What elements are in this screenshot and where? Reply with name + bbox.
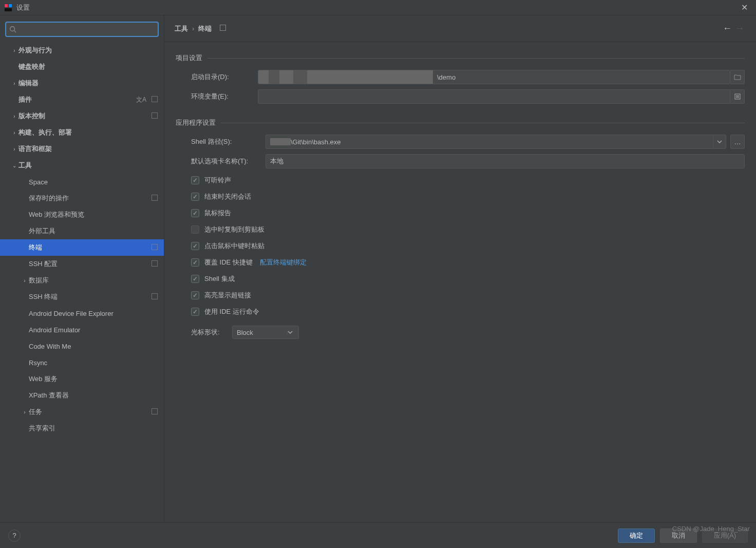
checkbox[interactable]: [191, 193, 199, 201]
tree-item-插件[interactable]: 插件文A: [0, 91, 164, 108]
tree-label: 数据库: [29, 276, 159, 285]
checkbox[interactable]: [191, 291, 199, 299]
label-tab-name: 默认选项卡名称(T):: [191, 157, 266, 166]
input-tab-name[interactable]: 本地: [266, 154, 745, 168]
browse-start-dir-button[interactable]: [730, 70, 745, 84]
help-button[interactable]: ?: [8, 530, 21, 542]
search-input[interactable]: [20, 25, 155, 34]
tree-item-语言和框架[interactable]: ›语言和框架: [0, 141, 164, 157]
checkbox-label: 覆盖 IDE 快捷键: [204, 258, 253, 267]
chevron-right-icon[interactable]: ›: [10, 81, 18, 86]
tree-item-终端[interactable]: 终端: [0, 239, 164, 256]
checkbox[interactable]: [191, 275, 199, 283]
tree-item-编辑器[interactable]: ›编辑器: [0, 75, 164, 91]
label-env: 环境变量(E):: [191, 92, 258, 101]
tree-label: 保存时的操作: [29, 194, 148, 203]
tree-item-Code-With-Me[interactable]: Code With Me: [0, 338, 164, 354]
chevron-right-icon[interactable]: ›: [10, 130, 18, 136]
tree-item-版本控制[interactable]: ›版本控制: [0, 108, 164, 124]
apply-button[interactable]: 应用(A): [702, 528, 748, 543]
configure-keybinding-link[interactable]: 配置终端键绑定: [260, 258, 307, 267]
checkbox-label: 点击鼠标中键时粘贴: [204, 241, 264, 251]
tree-label: 编辑器: [18, 79, 159, 88]
input-start-dir[interactable]: \demo: [258, 70, 730, 84]
chevron-down-icon: [287, 331, 298, 334]
svg-rect-1: [5, 4, 8, 7]
section-project: 项目设置: [176, 53, 745, 63]
checkbox-row: 选中时复制到剪贴板: [191, 225, 745, 234]
chevron-right-icon[interactable]: ›: [21, 409, 29, 415]
checkbox-row: 高亮显示超链接: [191, 291, 745, 300]
checkbox-label: 使用 IDE 运行命令: [204, 307, 259, 316]
tree-item-Android-Emulator[interactable]: Android Emulator: [0, 322, 164, 338]
checkbox[interactable]: [191, 242, 199, 250]
expand-env-button[interactable]: [730, 89, 745, 104]
chevron-down-icon[interactable]: ⌄: [10, 163, 18, 168]
tree-label: 键盘映射: [18, 62, 159, 71]
tree-label: Code With Me: [29, 343, 159, 350]
tree-label: XPath 查看器: [29, 391, 159, 400]
chevron-right-icon[interactable]: ›: [10, 114, 18, 119]
tree-item-Android-Device-File-Explorer[interactable]: Android Device File Explorer: [0, 305, 164, 322]
project-badge-icon: [152, 96, 159, 103]
tree-item-Web-服务[interactable]: Web 服务: [0, 371, 164, 387]
nav-back-icon[interactable]: ←: [721, 23, 733, 34]
tree-label: 外部工具: [29, 226, 159, 236]
input-shell-path[interactable]: \Git\bin\bash.exe: [266, 135, 713, 149]
translate-icon: 文A: [136, 96, 146, 104]
tree-label: 工具: [18, 161, 159, 170]
close-icon[interactable]: ✕: [736, 3, 752, 12]
checkbox[interactable]: [191, 225, 199, 234]
tree-item-保存时的操作[interactable]: 保存时的操作: [0, 190, 164, 206]
app-logo-icon: [4, 4, 12, 12]
chevron-right-icon[interactable]: ›: [10, 146, 18, 152]
chevron-right-icon[interactable]: ›: [21, 278, 29, 284]
titlebar: 设置 ✕: [0, 0, 756, 15]
tree-label: SSH 配置: [29, 259, 148, 269]
browse-shell-path-button[interactable]: …: [730, 135, 745, 149]
breadcrumb-root[interactable]: 工具: [175, 24, 188, 33]
chevron-right-icon: ›: [192, 25, 194, 32]
breadcrumb-leaf: 终端: [198, 24, 212, 33]
checkbox-label: 可听铃声: [204, 176, 231, 185]
nav-forward-icon: →: [733, 23, 746, 34]
tree-label: 外观与行为: [18, 46, 159, 55]
checkbox[interactable]: [191, 209, 199, 217]
tree-label: Web 浏览器和预览: [29, 210, 159, 219]
settings-tree[interactable]: ›外观与行为键盘映射›编辑器插件文A›版本控制›构建、执行、部署›语言和框架⌄工…: [0, 42, 164, 522]
checkbox-row: 鼠标报告: [191, 209, 745, 218]
cancel-button[interactable]: 取消: [660, 528, 697, 543]
svg-rect-2: [9, 4, 12, 7]
checkbox[interactable]: [191, 258, 199, 267]
tree-item-Space[interactable]: Space: [0, 174, 164, 190]
checkbox-row: Shell 集成: [191, 274, 745, 284]
tree-label: 共享索引: [29, 424, 159, 433]
tree-item-数据库[interactable]: ›数据库: [0, 272, 164, 289]
window-title: 设置: [16, 3, 30, 12]
tree-item-构建、执行、部署[interactable]: ›构建、执行、部署: [0, 124, 164, 141]
checkbox[interactable]: [191, 308, 199, 316]
tree-item-任务[interactable]: ›任务: [0, 404, 164, 420]
tree-label: 构建、执行、部署: [18, 128, 159, 137]
ok-button[interactable]: 确定: [618, 528, 655, 543]
tree-item-共享索引[interactable]: 共享索引: [0, 420, 164, 437]
tree-item-SSH-配置[interactable]: SSH 配置: [0, 256, 164, 272]
input-env[interactable]: [258, 89, 730, 104]
tree-item-XPath-查看器[interactable]: XPath 查看器: [0, 387, 164, 404]
svg-line-5: [14, 31, 16, 33]
select-cursor-shape[interactable]: Block: [232, 326, 299, 339]
checkbox[interactable]: [191, 176, 199, 184]
label-cursor-shape: 光标形状:: [191, 328, 232, 337]
tree-item-Web-浏览器和预览[interactable]: Web 浏览器和预览: [0, 206, 164, 223]
checkbox-label: Shell 集成: [204, 274, 235, 284]
chevron-right-icon[interactable]: ›: [10, 48, 18, 53]
tree-item-外观与行为[interactable]: ›外观与行为: [0, 42, 164, 59]
tree-item-外部工具[interactable]: 外部工具: [0, 223, 164, 239]
tree-item-SSH-终端[interactable]: SSH 终端: [0, 289, 164, 305]
shell-path-dropdown-icon[interactable]: [713, 135, 726, 149]
search-icon: [9, 26, 16, 33]
search-input-wrap[interactable]: [5, 22, 159, 37]
tree-item-工具[interactable]: ⌄工具: [0, 157, 164, 174]
tree-item-Rsync[interactable]: Rsync: [0, 354, 164, 371]
tree-item-键盘映射[interactable]: 键盘映射: [0, 59, 164, 75]
